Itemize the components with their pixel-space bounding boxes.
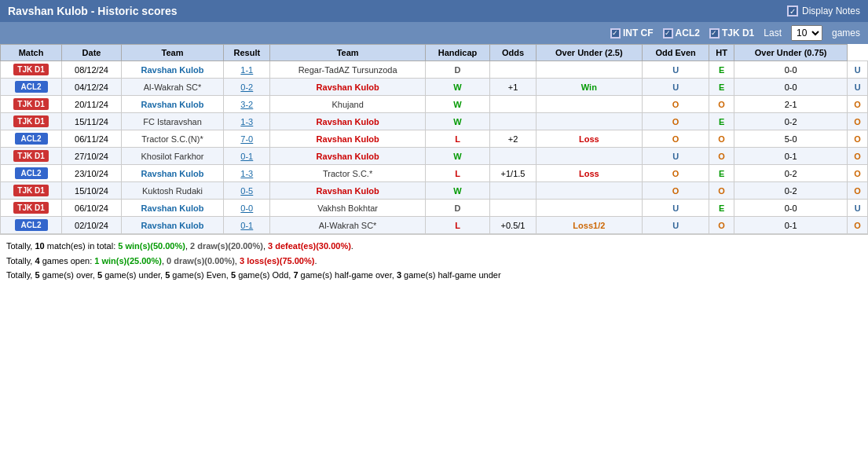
match-oe: O [709,148,734,165]
team2[interactable]: Ravshan Kulob [270,182,425,200]
team1[interactable]: Ravshan Kulob [121,165,223,182]
match-ou25: U [643,61,709,79]
match-date: 04/12/24 [62,79,122,96]
match-date: 20/11/24 [62,96,122,113]
match-wdl: D [425,200,490,217]
match-badge[interactable]: TJK D1 [1,61,62,79]
match-oe: O [709,217,734,234]
match-ht: 0-0 [734,61,847,79]
filter-intcf-checkbox[interactable]: ✓ [610,28,621,38]
match-badge[interactable]: TJK D1 [1,200,62,217]
match-ou075: U [848,61,868,79]
match-wdl: W [425,79,490,96]
filter-tjkd1-label: TJK D1 [722,27,754,38]
match-result[interactable]: 1-3 [224,113,270,130]
team1[interactable]: Ravshan Kulob [121,200,223,217]
match-result[interactable]: 0-1 [224,148,270,165]
col-match: Match [1,45,62,61]
match-wdl: L [425,217,490,234]
match-wdl: L [425,130,490,148]
match-wdl: L [425,165,490,182]
match-wdl: W [425,182,490,200]
team1[interactable]: Tractor S.C.(N)* [121,130,223,148]
match-result[interactable]: 0-0 [224,200,270,217]
team1[interactable]: Ravshan Kulob [121,61,223,79]
match-badge[interactable]: TJK D1 [1,113,62,130]
games-select[interactable]: 5 10 20 All [791,25,822,41]
match-result[interactable]: 7-0 [224,130,270,148]
filter-intcf[interactable]: ✓ INT CF [610,27,654,38]
team2[interactable]: Khujand [270,96,425,113]
match-result[interactable]: 0-1 [224,217,270,234]
match-result[interactable]: 3-2 [224,96,270,113]
match-handicap: +1/1.5 [490,165,536,182]
filter-tjkd1[interactable]: ✓ TJK D1 [709,27,754,38]
team2[interactable]: Ravshan Kulob [270,79,425,96]
match-ht: 0-1 [734,148,847,165]
match-oe: E [709,165,734,182]
match-wdl: W [425,96,490,113]
col-ou25: Over Under (2.5) [536,45,642,61]
team1[interactable]: Khosilot Farkhor [121,148,223,165]
match-odds: Loss [536,165,642,182]
team1[interactable]: Ravshan Kulob [121,217,223,234]
match-date: 15/10/24 [62,182,122,200]
match-ou075: O [848,217,868,234]
match-oe: E [709,61,734,79]
table-row: TJK D108/12/24Ravshan Kulob1-1Regar-TadA… [1,61,868,79]
match-date: 27/10/24 [62,148,122,165]
team2[interactable]: Al-Wakrah SC* [270,217,425,234]
team2[interactable]: Vakhsh Bokhtar [270,200,425,217]
match-handicap [490,200,536,217]
team2[interactable]: Regar-TadAZ Tursunzoda [270,61,425,79]
filter-intcf-label: INT CF [623,27,654,38]
match-odds [536,113,642,130]
team2[interactable]: Ravshan Kulob [270,148,425,165]
team1[interactable]: Kuktosh Rudaki [121,182,223,200]
match-ht: 0-0 [734,79,847,96]
table-row: ACL206/11/24Tractor S.C.(N)*7-0Ravshan K… [1,130,868,148]
scores-table: Match Date Team Result Team Handicap Odd… [0,44,868,234]
match-badge[interactable]: ACL2 [1,217,62,234]
match-result[interactable]: 0-2 [224,79,270,96]
match-result[interactable]: 1-3 [224,165,270,182]
header-title: Ravshan Kulob - Historic scores [8,5,178,17]
team2[interactable]: Ravshan Kulob [270,130,425,148]
match-result[interactable]: 1-1 [224,61,270,79]
match-handicap [490,148,536,165]
filter-bar: ✓ INT CF ✓ ACL2 ✓ TJK D1 Last 5 10 20 Al… [0,22,868,44]
team1[interactable]: FC Istaravshan [121,113,223,130]
match-oe: E [709,113,734,130]
match-odds [536,96,642,113]
filter-acl2[interactable]: ✓ ACL2 [663,27,700,38]
match-date: 08/12/24 [62,61,122,79]
display-notes-checkbox[interactable]: ✓ [787,5,798,16]
match-badge[interactable]: ACL2 [1,130,62,148]
table-row: TJK D120/11/24Ravshan Kulob3-2KhujandWOO… [1,96,868,113]
team1[interactable]: Ravshan Kulob [121,96,223,113]
team1[interactable]: Al-Wakrah SC* [121,79,223,96]
match-badge[interactable]: ACL2 [1,165,62,182]
match-oe: O [709,182,734,200]
match-ou075: O [848,148,868,165]
display-notes-toggle[interactable]: ✓ Display Notes [787,5,860,16]
filter-acl2-checkbox[interactable]: ✓ [663,28,673,38]
match-oe: E [709,200,734,217]
match-date: 06/11/24 [62,130,122,148]
team2[interactable]: Ravshan Kulob [270,113,425,130]
summary-line1: Totally, 10 match(es) in total: 5 win(s)… [6,239,862,254]
match-ou25: U [643,217,709,234]
match-oe: E [709,79,734,96]
match-wdl: W [425,148,490,165]
table-row: TJK D115/10/24Kuktosh Rudaki0-5Ravshan K… [1,182,868,200]
match-badge[interactable]: ACL2 [1,79,62,96]
match-result[interactable]: 0-5 [224,182,270,200]
col-team2: Team [270,45,425,61]
match-badge[interactable]: TJK D1 [1,182,62,200]
filter-tjkd1-checkbox[interactable]: ✓ [709,28,720,38]
team2[interactable]: Tractor S.C.* [270,165,425,182]
match-badge[interactable]: TJK D1 [1,148,62,165]
match-odds [536,148,642,165]
match-badge[interactable]: TJK D1 [1,96,62,113]
summary-line2: Totally, 4 games open: 1 win(s)(25.00%),… [6,254,862,269]
